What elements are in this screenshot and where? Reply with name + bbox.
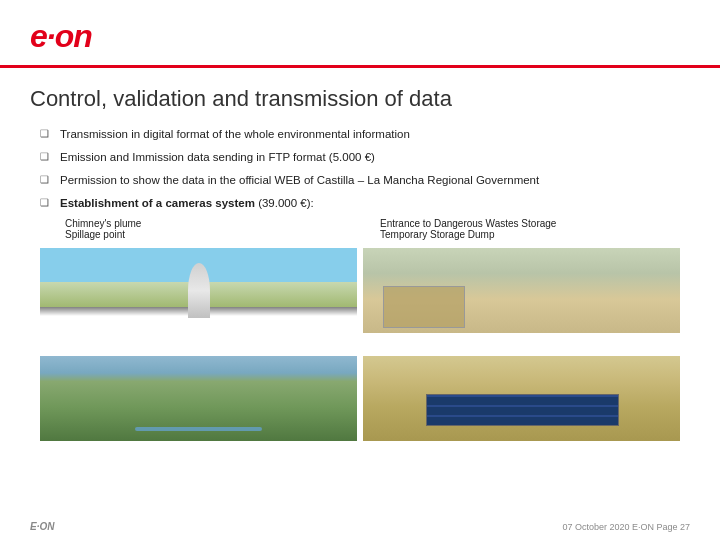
bullet-item-3: ❑ Permission to show the data in the off… bbox=[40, 172, 690, 188]
page-title: Control, validation and transmission of … bbox=[30, 86, 690, 112]
bullet-list: ❑ Transmission in digital format of the … bbox=[40, 126, 690, 240]
photo-solar-wrapper bbox=[363, 356, 680, 458]
bullet4-suffix: (39.000 €): bbox=[255, 197, 314, 209]
bullet-icon-1: ❑ bbox=[40, 127, 54, 141]
footer-logo: E·ON bbox=[30, 521, 54, 532]
bullet-icon-2: ❑ bbox=[40, 150, 54, 164]
slide: e·on Control, validation and transmissio… bbox=[0, 0, 720, 540]
bullet-item-1: ❑ Transmission in digital format of the … bbox=[40, 126, 690, 142]
bullet-text-2: Emission and Immission data sending in F… bbox=[60, 149, 690, 165]
bullet4-bold: Establishment of a cameras system bbox=[60, 197, 255, 209]
photos-grid bbox=[40, 248, 680, 458]
photo-chimney-wrapper bbox=[40, 248, 357, 350]
camera-labels: Chimney's plume Entrance to Dangerous Wa… bbox=[60, 218, 690, 240]
bullet-text-1: Transmission in digital format of the wh… bbox=[60, 126, 690, 142]
photo-spillage-wrapper bbox=[40, 356, 357, 458]
photo-entrance bbox=[363, 248, 680, 333]
photo-entrance-wrapper bbox=[363, 248, 680, 350]
footer: E·ON 07 October 2020 E·ON Page 27 bbox=[0, 521, 720, 532]
logo: e·on bbox=[30, 18, 92, 55]
camera-label-bottom-right: Temporary Storage Dump bbox=[375, 229, 690, 240]
camera-label-top-left: Chimney's plume bbox=[60, 218, 375, 229]
photo-solar bbox=[363, 356, 680, 441]
main-content: Control, validation and transmission of … bbox=[0, 68, 720, 468]
camera-label-top-right: Entrance to Dangerous Wastes Storage bbox=[375, 218, 690, 229]
bullet-item-2: ❑ Emission and Immission data sending in… bbox=[40, 149, 690, 165]
camera-label-bottom-left: Spillage point bbox=[60, 229, 375, 240]
footer-info: 07 October 2020 E·ON Page 27 bbox=[562, 522, 690, 532]
bullet-icon-3: ❑ bbox=[40, 173, 54, 187]
bullet-item-4: ❑ Establishment of a cameras system (39.… bbox=[40, 195, 690, 211]
logo-text: e·on bbox=[30, 18, 92, 55]
photo-chimney bbox=[40, 248, 357, 333]
bullet-text-4: Establishment of a cameras system (39.00… bbox=[60, 195, 690, 211]
bullet-icon-4: ❑ bbox=[40, 196, 54, 210]
photo-spillage bbox=[40, 356, 357, 441]
bullet-text-3: Permission to show the data in the offic… bbox=[60, 172, 690, 188]
header: e·on bbox=[0, 0, 720, 65]
